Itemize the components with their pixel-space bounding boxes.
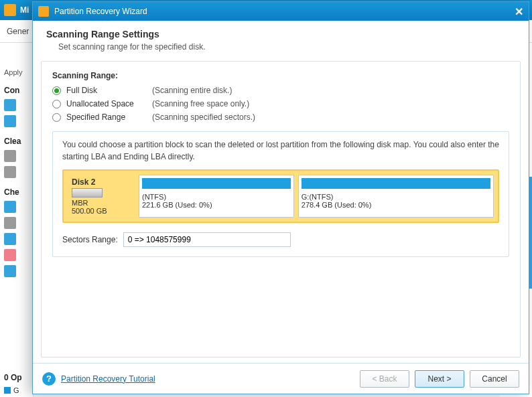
section-convert: Con bbox=[4, 86, 29, 95]
radio-desc: (Scanning free space only.) bbox=[152, 99, 249, 108]
disk-icon[interactable] bbox=[4, 99, 16, 111]
disk-type: MBR bbox=[72, 199, 131, 207]
operations-label: 0 Op bbox=[4, 373, 22, 382]
radio-label: Specified Range bbox=[66, 112, 152, 122]
help-icon[interactable]: ? bbox=[42, 372, 56, 386]
panel-legend: Scanning Range: bbox=[52, 71, 509, 80]
header-title: Scanning Range Settings bbox=[46, 29, 515, 39]
radio-icon[interactable] bbox=[52, 86, 61, 95]
sidebar: Apply Con Clea Che bbox=[0, 43, 34, 397]
back-button[interactable]: < Back bbox=[360, 370, 409, 388]
main-title: Mi bbox=[20, 5, 29, 15]
partition-label: (NTFS) bbox=[142, 193, 291, 201]
sectors-label: Sectors Range: bbox=[62, 235, 118, 244]
radio-icon[interactable] bbox=[52, 113, 61, 122]
partition-detail: 221.6 GB (Used: 0%) bbox=[142, 201, 291, 209]
list-icon[interactable] bbox=[4, 265, 16, 277]
header-subtitle: Set scanning range for the specified dis… bbox=[58, 42, 515, 52]
partition-block-1[interactable]: (NTFS) 221.6 GB (Used: 0%) bbox=[139, 175, 294, 218]
partition-detail: 278.4 GB (Used: 0%) bbox=[302, 201, 490, 209]
disk-map-hint: You could choose a partition block to sc… bbox=[62, 139, 499, 163]
radio-desc: (Scanning entire disk.) bbox=[152, 86, 232, 95]
disk-map[interactable]: Disk 2 MBR 500.00 GB (NTFS) 221.6 GB (Us… bbox=[62, 169, 499, 223]
forbidden-icon[interactable] bbox=[4, 249, 16, 261]
scanning-range-panel: Scanning Range: Full Disk (Scanning enti… bbox=[41, 61, 521, 358]
partition-bar bbox=[302, 178, 490, 189]
hdd-icon bbox=[72, 188, 103, 197]
wizard-close-icon[interactable]: ✕ bbox=[515, 5, 523, 18]
wizard-header: Scanning Range Settings Set scanning ran… bbox=[33, 21, 529, 61]
partition-bar bbox=[142, 178, 291, 189]
section-check: Che bbox=[4, 187, 29, 197]
radio-full-disk[interactable]: Full Disk (Scanning entire disk.) bbox=[52, 86, 509, 95]
radio-label: Full Disk bbox=[66, 86, 152, 95]
wizard-title: Partition Recovery Wizard bbox=[54, 7, 147, 16]
bed-icon[interactable] bbox=[4, 201, 16, 213]
sectors-input[interactable] bbox=[123, 232, 291, 247]
disk-info: Disk 2 MBR 500.00 GB bbox=[68, 175, 135, 218]
radio-unallocated[interactable]: Unallocated Space (Scanning free space o… bbox=[52, 99, 509, 108]
radio-label: Unallocated Space bbox=[66, 99, 152, 108]
app-icon bbox=[4, 4, 16, 16]
wizard-footer: ? Partition Recovery Tutorial < Back Nex… bbox=[33, 363, 529, 394]
globe-icon[interactable] bbox=[4, 150, 16, 162]
wizard-titlebar: Partition Recovery Wizard ✕ bbox=[33, 2, 529, 21]
disk-map-panel: You could choose a partition block to sc… bbox=[52, 131, 509, 257]
legend-square-icon bbox=[4, 387, 11, 394]
footer-legend: G bbox=[4, 386, 19, 394]
legend-text: G bbox=[13, 386, 19, 394]
refresh-icon[interactable] bbox=[4, 115, 16, 127]
radio-icon[interactable] bbox=[52, 100, 61, 108]
wizard-icon bbox=[38, 6, 49, 17]
tools-icon[interactable] bbox=[4, 217, 16, 229]
next-button[interactable]: Next > bbox=[415, 370, 464, 388]
radio-desc: (Scanning specified sectors.) bbox=[152, 112, 255, 122]
disk-name: Disk 2 bbox=[72, 177, 131, 187]
section-clean: Clea bbox=[4, 137, 29, 146]
sectors-range-row: Sectors Range: bbox=[62, 232, 499, 247]
disk-size: 500.00 GB bbox=[72, 207, 131, 215]
partition-label: G:(NTFS) bbox=[302, 193, 490, 201]
toolbar-label: Gener bbox=[7, 27, 29, 36]
trash-icon[interactable] bbox=[4, 166, 16, 178]
radio-specified[interactable]: Specified Range (Scanning specified sect… bbox=[52, 112, 509, 122]
partition-block-2[interactable]: G:(NTFS) 278.4 GB (Used: 0%) bbox=[298, 175, 494, 218]
apply-label[interactable]: Apply bbox=[4, 68, 29, 76]
wizard-dialog: Partition Recovery Wizard ✕ Scanning Ran… bbox=[32, 1, 529, 394]
tutorial-link[interactable]: Partition Recovery Tutorial bbox=[61, 374, 155, 384]
chart-icon[interactable] bbox=[4, 233, 16, 245]
cancel-button[interactable]: Cancel bbox=[470, 370, 519, 388]
